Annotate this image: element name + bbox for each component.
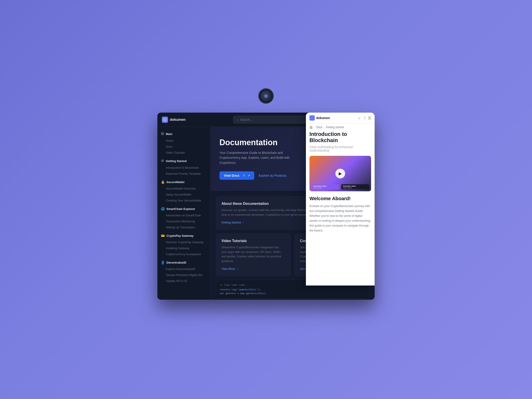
lock-icon: 🔒 xyxy=(161,180,165,184)
breadcrumb-sep-2: › xyxy=(324,126,324,129)
securewallet-label: SecureWallet xyxy=(166,180,184,184)
getting-started-link[interactable]: Getting Started → xyxy=(222,221,245,224)
sidebar-section-smartchain: 🌐 SmartChain Explorer Introduction on Sm… xyxy=(157,205,210,230)
main-layout: Main Home Docs Video Tutorials xyxy=(157,127,375,300)
sidebar-item-creating-securewallet[interactable]: Creating Your SecureWallet xyxy=(157,197,210,203)
hero-subtitle: Your Comprehensive Guide to Blockchain a… xyxy=(219,150,304,165)
svg-point-2 xyxy=(266,94,267,95)
brand: dokumen xyxy=(162,117,185,123)
globe-icon: 🌐 xyxy=(161,207,165,211)
mobile-menu-icon[interactable]: ☰ xyxy=(368,116,371,120)
getting-started-label: Getting Started xyxy=(166,159,187,163)
sidebar-section-cryptopay: 💳 CryptoPay Gateway Discover CryptoPay G… xyxy=(157,232,210,257)
sidebar-item-cryptocurrency-acceptance[interactable]: Cryptocurrency Acceptance xyxy=(157,251,210,257)
sidebar-section-header-main: Main xyxy=(157,130,210,138)
circle-icon xyxy=(161,159,164,163)
video-tutorials-description: Streamline Crypto/Blockchain integration… xyxy=(222,245,285,264)
sidebar-item-transaction-monitoring[interactable]: Transaction Monitoring xyxy=(157,218,210,224)
card-icon: 💳 xyxy=(161,234,165,237)
mobile-preview: dokumen ⌕ ☽ ☰ 🏠 › Docs › Getting Started xyxy=(306,113,375,285)
sidebar-item-intro-blockchain[interactable]: Introduction to Blockchain xyxy=(157,165,210,171)
search-bar[interactable]: ⌕ xyxy=(233,116,317,123)
mobile-brand-name: dokumen xyxy=(316,116,330,120)
decentralizeid-label: DecentralizeID xyxy=(166,261,186,264)
sidebar-section-header-securewallet: 🔒 SecureWallet xyxy=(157,178,210,185)
sidebar-item-tamper-resistant[interactable]: Tamper-Resistant Digital IDs xyxy=(157,272,210,278)
search-input[interactable] xyxy=(240,118,314,121)
brand-logo xyxy=(162,117,168,123)
svg-point-5 xyxy=(162,160,163,161)
sidebar-item-docs[interactable]: Docs xyxy=(157,144,210,150)
sidebar-item-installing-gateway[interactable]: Installing Gateway xyxy=(157,245,210,251)
sidebar-section-header-decentralizeid: 👤 DecentralizeID xyxy=(157,259,210,266)
browser-window: dokumen ⌕ ☀ xyxy=(157,113,375,300)
mobile-topbar: dokumen ⌕ ☽ ☰ xyxy=(306,113,375,123)
mobile-content: Introduction to Blockchain Clear subhead… xyxy=(306,131,375,283)
sidebar-item-video-tutorials[interactable]: Video Tutorials xyxy=(157,150,210,156)
mobile-search-icon[interactable]: ⌕ xyxy=(358,116,361,120)
sidebar-section-header-smartchain: 🌐 SmartChain Explorer xyxy=(157,205,210,212)
layers-icon xyxy=(161,132,164,136)
breadcrumb-getting-started: Getting Started xyxy=(326,126,344,129)
sidebar-section-main: Main Home Docs Video Tutorials xyxy=(157,130,210,156)
sidebar-section-securewallet: 🔒 SecureWallet SecureWallet Overview Set… xyxy=(157,178,210,203)
mobile-brand-logo xyxy=(310,115,315,120)
main-section-label: Main xyxy=(166,132,172,136)
sidebar-section-header-cryptopay: 💳 CryptoPay Gateway xyxy=(157,232,210,239)
app-icon xyxy=(258,88,274,104)
mobile-subheading: Clear subheading for enhanced understand… xyxy=(310,145,371,152)
sidebar-section-decentralizeid: 👤 DecentralizeID Explore DecentralizeID … xyxy=(157,259,210,284)
mobile-video-thumbnail[interactable]: Cinematic video mode simple 3nematic vid… xyxy=(310,156,371,191)
mobile-welcome-text: Embark on your Crypto/Blockchain journey… xyxy=(310,204,371,233)
sidebar-item-explore-decentralizeid[interactable]: Explore DecentralizeID xyxy=(157,266,210,272)
play-button[interactable]: ▶ xyxy=(335,169,345,178)
svg-point-1 xyxy=(265,95,267,97)
user-icon: 👤 xyxy=(161,261,165,264)
svg-point-3 xyxy=(164,119,165,120)
sidebar-item-setup-securewallet[interactable]: Setup SecureWallet xyxy=(157,191,210,197)
sidebar-item-intro-smartchain[interactable]: Introduction on SmartChain xyxy=(157,212,210,218)
mobile-brand: dokumen xyxy=(310,115,330,120)
video-tutorials-card: Video Tutorials Streamline Crypto/Blockc… xyxy=(216,234,291,276)
sidebar: Main Home Docs Video Tutorials xyxy=(157,127,211,300)
view-docs-button[interactable]: View Docs 7 ↗ xyxy=(219,171,254,180)
sidebar-item-setting-up-transaction[interactable]: Setting Up Transaction xyxy=(157,224,210,230)
cryptopay-label: CryptoPay Gateway xyxy=(166,234,194,237)
mobile-page-title: Introduction to Blockchain xyxy=(310,131,371,143)
sidebar-item-framer-template[interactable]: Dokumen Framer Template xyxy=(157,171,210,177)
sidebar-section-getting-started: Getting Started Introduction to Blockcha… xyxy=(157,157,210,177)
mobile-theme-icon[interactable]: ☽ xyxy=(363,116,366,120)
view-docs-badge: 7 xyxy=(242,174,247,177)
breadcrumb-home-icon[interactable]: 🏠 xyxy=(310,126,313,129)
smartchain-label: SmartChain Explorer xyxy=(166,207,195,211)
breadcrumb-docs[interactable]: Docs xyxy=(316,126,322,129)
external-link-icon: ↗ xyxy=(248,174,250,177)
sidebar-item-securewallet-overview[interactable]: SecureWallet Overview xyxy=(157,185,210,191)
sidebar-item-home[interactable]: Home xyxy=(157,138,210,144)
view-docs-label: View Docs xyxy=(224,174,239,177)
sidebar-section-header-getting-started: Getting Started xyxy=(157,157,210,165)
view-more-link[interactable]: View More → xyxy=(222,267,239,270)
sidebar-item-update-api[interactable]: Update API in ID xyxy=(157,278,210,284)
sidebar-item-discover-cryptopay[interactable]: Discover CryptoPay Gateway xyxy=(157,239,210,245)
brand-name: dokumen xyxy=(170,118,185,122)
mobile-actions: ⌕ ☽ ☰ xyxy=(358,116,371,120)
mobile-breadcrumb: 🏠 › Docs › Getting Started xyxy=(306,123,375,131)
explore-products-button[interactable]: Explore by Products xyxy=(259,174,286,177)
breadcrumb-sep-1: › xyxy=(314,126,315,129)
search-icon: ⌕ xyxy=(236,118,239,121)
video-tutorials-title: Video Tutorials xyxy=(222,239,285,243)
mobile-welcome-title: Welcome Aboard! xyxy=(310,196,371,202)
